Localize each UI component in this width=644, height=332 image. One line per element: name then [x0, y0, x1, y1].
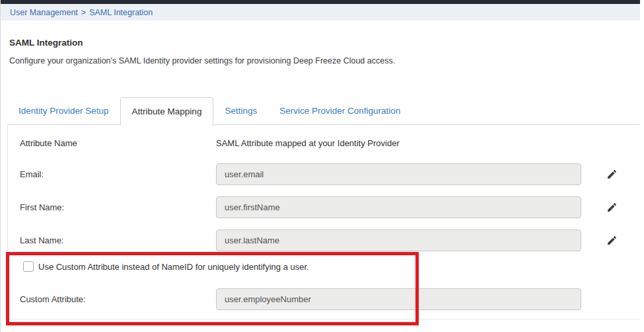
edit-pencil-icon: [606, 169, 618, 180]
email-attribute-input[interactable]: [216, 163, 581, 185]
attribute-row-custom: Custom Attribute:: [20, 288, 640, 310]
tab-attribute-mapping[interactable]: Attribute Mapping: [120, 97, 214, 125]
edit-pencil-icon: [606, 235, 618, 246]
tab-settings[interactable]: Settings: [213, 97, 268, 124]
first-name-label: First Name:: [20, 202, 216, 212]
use-custom-attribute-checkbox[interactable]: [23, 261, 34, 272]
tab-service-provider-configuration[interactable]: Service Provider Configuration: [268, 97, 411, 124]
last-name-label: Last Name:: [20, 235, 216, 245]
attribute-mapping-panel: Attribute Name SAML Attribute mapped at …: [7, 124, 640, 319]
edit-pencil-icon: [606, 202, 618, 213]
breadcrumb-current-saml-integration: SAML Integration: [89, 8, 153, 17]
edit-last-name-button[interactable]: [605, 234, 618, 247]
column-header-attribute-name: Attribute Name: [20, 138, 216, 148]
email-label: Email:: [20, 169, 216, 179]
tab-bar: Identity Provider Setup Attribute Mappin…: [7, 97, 411, 125]
custom-attribute-label: Custom Attribute:: [20, 294, 216, 304]
custom-attribute-input[interactable]: [216, 288, 581, 310]
custom-attribute-checkbox-row: Use Custom Attribute instead of NameID f…: [23, 261, 309, 272]
use-custom-attribute-checkbox-label: Use Custom Attribute instead of NameID f…: [38, 262, 309, 272]
first-name-attribute-input[interactable]: [216, 196, 581, 218]
page-title: SAML Integration: [9, 38, 83, 48]
attribute-row-last-name: Last Name:: [20, 229, 640, 251]
attribute-row-email: Email:: [20, 163, 640, 185]
tab-identity-provider-setup[interactable]: Identity Provider Setup: [7, 97, 120, 124]
column-headers: Attribute Name SAML Attribute mapped at …: [20, 138, 400, 148]
column-header-saml-attribute: SAML Attribute mapped at your Identity P…: [216, 138, 400, 148]
breadcrumb-link-user-management[interactable]: User Management: [10, 8, 78, 17]
saml-integration-page: User Management > SAML Integration SAML …: [0, 0, 644, 332]
last-name-attribute-input[interactable]: [216, 229, 581, 251]
breadcrumb: User Management > SAML Integration: [1, 4, 640, 21]
edit-first-name-button[interactable]: [605, 201, 618, 214]
edit-email-button[interactable]: [605, 168, 618, 181]
breadcrumb-separator: >: [81, 8, 86, 17]
page-description: Configure your organization's SAML Ident…: [9, 56, 395, 65]
attribute-row-first-name: First Name:: [20, 196, 640, 218]
